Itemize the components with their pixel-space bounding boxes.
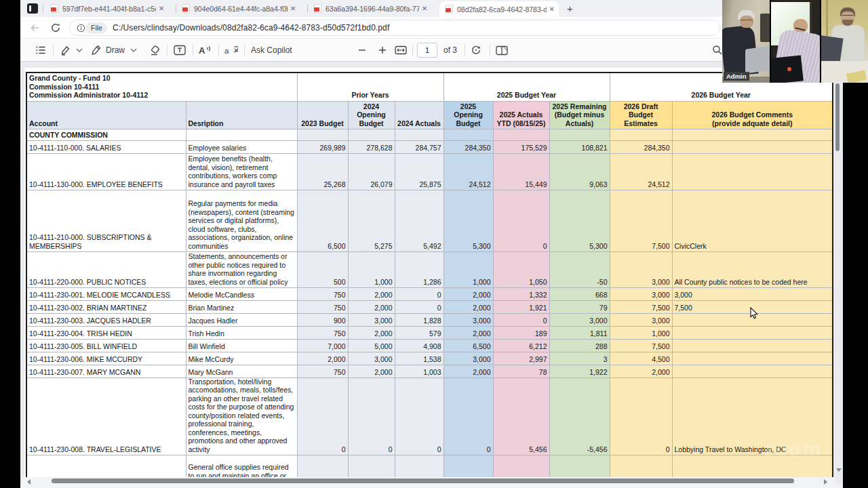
- tab-close-icon[interactable]: ✕: [549, 6, 555, 13]
- comment-cell: All County public notices to be coded he…: [672, 252, 833, 288]
- page-number-input[interactable]: 1: [417, 43, 437, 58]
- column-header: 2023 Budget: [297, 101, 348, 129]
- comment-cell: 3,000: [672, 288, 833, 301]
- account-cell: 10-4111-230-007. MARY MCGANN: [26, 365, 186, 378]
- tab-close-icon[interactable]: ✕: [290, 5, 296, 12]
- scroll-left-icon[interactable]: [27, 479, 31, 485]
- account-cell: 10-4111-230-002. BRIAN MARTINEZ: [26, 301, 186, 314]
- search-icon[interactable]: [712, 39, 723, 62]
- file-scheme-chip: File: [85, 22, 107, 34]
- value-cell: 6,500: [297, 190, 348, 252]
- read-aloud-icon[interactable]: A: [199, 39, 212, 62]
- value-cell: 1,000: [348, 252, 395, 288]
- description-cell: Employee benefits (health, dental, visio…: [186, 154, 297, 190]
- value-cell: 284,350: [610, 141, 672, 154]
- value-cell: 2,997: [493, 352, 549, 365]
- meeting-video-strip: Admin: [722, 0, 868, 83]
- value-cell: 6,500: [443, 340, 493, 352]
- value-cell: 24,512: [610, 154, 672, 190]
- value-cell: 0: [395, 288, 443, 301]
- value-cell: 750: [297, 301, 348, 314]
- rotate-icon[interactable]: [471, 39, 481, 62]
- account-cell: 10-4111-230-004. TRISH HEDIN: [26, 327, 186, 340]
- horizontal-scrollbar-thumb[interactable]: [52, 479, 794, 483]
- column-header: 2024 Actuals: [395, 101, 443, 129]
- value-cell: 189: [493, 327, 549, 340]
- value-cell: 3,000: [443, 352, 493, 365]
- value-cell: 3,000: [610, 288, 672, 301]
- value-cell: 25,268: [297, 154, 348, 190]
- tab-actions-icon[interactable]: [27, 3, 38, 14]
- back-icon[interactable]: [30, 22, 41, 33]
- new-tab-button[interactable]: +: [567, 3, 573, 14]
- pdf-viewer: Grand County - Fund 10 Commission 10-411…: [20, 62, 843, 488]
- erase-icon[interactable]: [149, 39, 161, 62]
- page-count-label: of 3: [443, 39, 457, 62]
- contents-icon[interactable]: [35, 39, 46, 62]
- url-bar[interactable]: File C:/Users/clindsay/Downloads/08d2fa8…: [69, 20, 720, 36]
- value-cell: 5,456: [493, 378, 549, 455]
- column-header: Desription: [186, 101, 297, 129]
- translate-icon[interactable]: a: [224, 39, 239, 62]
- value-cell: 7,000: [297, 340, 348, 352]
- value-cell: 1,922: [549, 365, 610, 378]
- account-cell: 10-4111-230-001. MELODIE MCCANDLESS: [26, 288, 186, 301]
- vertical-scrollbar-thumb[interactable]: [835, 83, 840, 151]
- value-cell: 1,921: [493, 301, 549, 314]
- table-cell: [549, 129, 610, 141]
- draw-dropdown-icon[interactable]: [130, 39, 137, 62]
- ask-copilot-button[interactable]: Ask Copilot: [251, 39, 292, 62]
- value-cell: 0: [395, 378, 443, 455]
- url-text[interactable]: C:/Users/clindsay/Downloads/08d2fa82-6ca…: [113, 23, 389, 33]
- account-cell: 10-4111-110-000. SALARIES: [26, 141, 186, 154]
- info-icon[interactable]: [77, 24, 85, 33]
- value-cell: -50: [549, 252, 610, 288]
- scroll-down-icon[interactable]: [836, 468, 842, 472]
- draw-label[interactable]: Draw: [106, 39, 125, 62]
- comment-cell: [672, 352, 833, 365]
- description-cell: Trish Hedin: [186, 327, 297, 340]
- description-cell: Jacques Hadler: [186, 314, 297, 327]
- table-column-header-row: AccountDesription2023 Budget2024 Opening…: [26, 101, 833, 129]
- tab[interactable]: 08d2fa82-6ca9-4642-8783-d50d5✕: [439, 1, 559, 17]
- value-cell: 5,300: [549, 190, 610, 252]
- table-cell: [297, 129, 348, 141]
- account-cell: 10-4111-230-005. BILL WINFIELD: [26, 340, 186, 352]
- value-cell: 2,000: [297, 352, 348, 365]
- pdf-file-icon: [182, 4, 190, 13]
- value-cell: 4,500: [610, 352, 672, 365]
- text-icon[interactable]: [174, 39, 186, 62]
- participant-video-1: Admin: [722, 0, 770, 83]
- value-cell: 5,000: [348, 340, 395, 352]
- reload-icon[interactable]: [50, 22, 61, 33]
- fit-width-icon[interactable]: [395, 39, 407, 62]
- tab[interactable]: 597df7eb-e441-404f-b8a1-c5c48✕: [45, 0, 175, 17]
- value-cell: 0: [493, 314, 549, 327]
- value-cell: 0: [443, 378, 493, 455]
- scroll-right-icon[interactable]: [824, 479, 827, 485]
- table-cell: [610, 129, 672, 141]
- comment-cell: [672, 141, 833, 154]
- zoom-out-icon[interactable]: [358, 39, 366, 62]
- table-row: 10-4111-230-001. MELODIE MCCANDLESSMelod…: [26, 288, 833, 301]
- tab-close-icon[interactable]: ✕: [159, 5, 164, 12]
- table-cell: [443, 129, 493, 141]
- table-row: 10-4111-230-004. TRISH HEDINTrish Hedin7…: [26, 327, 833, 340]
- zoom-in-icon[interactable]: [378, 39, 387, 62]
- tab[interactable]: 904e0d64-61e4-44fc-a8a4-f0b01✕: [176, 0, 307, 17]
- value-cell: 1,000: [610, 327, 672, 340]
- page-view-icon[interactable]: [496, 39, 508, 62]
- tab-close-icon[interactable]: ✕: [422, 5, 427, 12]
- vertical-scrollbar[interactable]: [835, 62, 841, 477]
- value-cell: 500: [297, 252, 348, 288]
- value-cell: 15,449: [493, 154, 549, 190]
- description-cell: Statements, announcements or other publi…: [186, 252, 297, 288]
- draw-icon[interactable]: [91, 39, 102, 62]
- horizontal-scrollbar[interactable]: [22, 477, 835, 485]
- tab[interactable]: 63a6a394-1696-44a9-80fa-77b97✕: [308, 0, 438, 17]
- table-row: 10-4111-230-006. MIKE MCCURDYMike McCurd…: [26, 352, 833, 365]
- highlight-dropdown-icon[interactable]: [76, 39, 83, 62]
- value-cell: 2,000: [443, 327, 493, 340]
- zoom-watermark: zoom: [764, 438, 822, 461]
- highlight-icon[interactable]: [60, 39, 71, 62]
